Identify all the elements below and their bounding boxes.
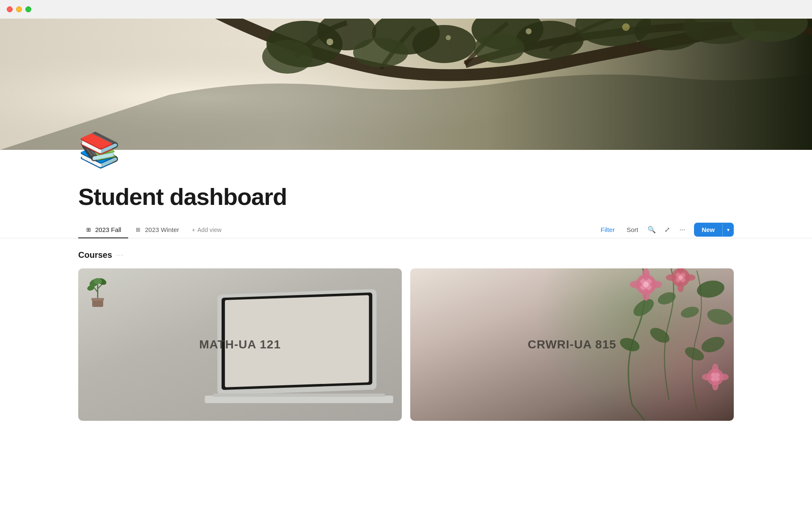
courses-section: Courses ···	[0, 238, 812, 429]
page-icon: 📚	[78, 133, 812, 167]
plant-decoration	[86, 276, 109, 308]
course-crwri-label: CRWRI-UA 815	[528, 338, 617, 351]
plus-icon: +	[192, 226, 195, 233]
page-title: Student dashboard	[78, 184, 734, 210]
svg-point-4	[262, 40, 313, 74]
close-button[interactable]	[7, 6, 13, 12]
svg-point-60	[702, 373, 712, 380]
search-button[interactable]: 🔍	[645, 223, 658, 237]
svg-point-58	[712, 363, 719, 373]
search-icon: 🔍	[647, 226, 656, 234]
tab-2023-winter-label: 2023 Winter	[145, 226, 179, 233]
sort-label: Sort	[627, 226, 639, 233]
new-button[interactable]: New	[694, 223, 722, 237]
add-view-button[interactable]: + Add view	[186, 222, 228, 237]
svg-point-37	[680, 305, 700, 320]
page-content: 📚 Student dashboard ⊞ 2023 Fall ⊞ 2023 W…	[0, 133, 812, 455]
svg-point-6	[412, 25, 476, 63]
tab-2023-fall-label: 2023 Fall	[95, 226, 121, 233]
svg-point-9	[516, 21, 584, 59]
svg-point-16	[446, 35, 451, 40]
titlebar	[0, 0, 812, 19]
tab-2023-fall[interactable]: ⊞ 2023 Fall	[78, 222, 128, 238]
course-card-crwri[interactable]: CRWRI-UA 815	[410, 268, 734, 421]
more-options-icon: ···	[679, 226, 685, 234]
svg-point-59	[712, 380, 719, 390]
svg-point-18	[622, 23, 630, 31]
svg-point-61	[719, 373, 729, 380]
svg-rect-32	[213, 393, 385, 397]
svg-point-54	[705, 306, 734, 327]
svg-point-17	[526, 28, 532, 34]
expand-icon: ⤢	[664, 226, 670, 234]
tab-2023-winter[interactable]: ⊞ 2023 Winter	[128, 222, 186, 238]
expand-button[interactable]: ⤢	[660, 223, 674, 237]
svg-point-44	[630, 281, 642, 288]
page-title-area: Student dashboard	[0, 175, 812, 222]
svg-point-15	[326, 39, 333, 45]
svg-point-42	[642, 268, 650, 280]
course-card-math[interactable]: MATH-UA 121	[78, 268, 402, 421]
courses-title: Courses	[78, 250, 112, 260]
filter-button[interactable]: Filter	[595, 224, 620, 236]
svg-point-51	[666, 274, 677, 280]
svg-point-41	[643, 282, 649, 287]
maximize-button[interactable]	[25, 6, 31, 12]
more-options-button[interactable]: ···	[675, 223, 689, 237]
svg-point-50	[678, 281, 684, 292]
sort-button[interactable]: Sort	[622, 224, 644, 236]
new-button-group: New ▾	[694, 223, 734, 237]
add-view-label: Add view	[198, 226, 222, 233]
svg-rect-20	[91, 298, 104, 301]
hero-banner	[0, 19, 812, 150]
chevron-down-icon: ▾	[727, 227, 730, 233]
courses-grid: MATH-UA 121	[78, 268, 734, 421]
courses-header: Courses ···	[78, 250, 734, 260]
svg-point-43	[642, 288, 650, 300]
svg-point-55	[700, 334, 727, 355]
svg-point-7	[353, 38, 408, 67]
toolbar-row: ⊞ 2023 Fall ⊞ 2023 Winter + Add view Fil…	[0, 222, 812, 238]
minimize-button[interactable]	[16, 6, 22, 12]
new-button-chevron[interactable]: ▾	[722, 224, 734, 236]
svg-point-36	[647, 325, 672, 346]
svg-point-52	[684, 274, 695, 280]
table-icon-fall: ⊞	[85, 226, 92, 233]
courses-more-icon[interactable]: ···	[116, 251, 124, 258]
table-icon-winter: ⊞	[135, 226, 142, 233]
toolbar-right: Filter Sort 🔍 ⤢ ··· New ▾	[595, 223, 734, 237]
svg-point-10	[474, 33, 524, 63]
course-math-label: MATH-UA 121	[199, 338, 281, 351]
svg-point-53	[696, 278, 726, 299]
svg-point-48	[678, 275, 683, 280]
svg-point-45	[650, 281, 662, 288]
filter-label: Filter	[601, 226, 614, 233]
laptop-decoration	[160, 287, 393, 421]
